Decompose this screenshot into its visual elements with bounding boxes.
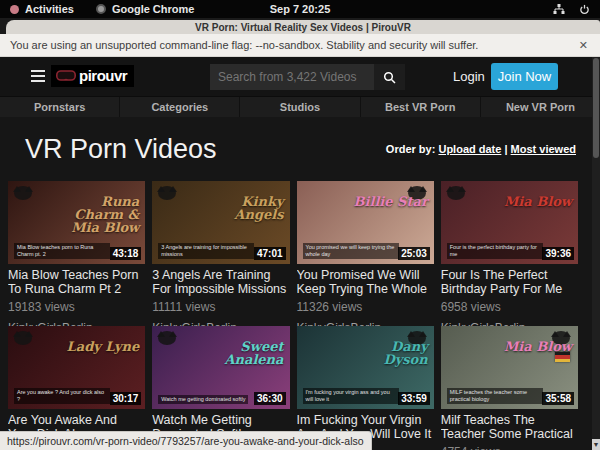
overlay-caption: Mia Blow teaches porn to Runa Charm pt. …	[14, 243, 110, 259]
video-title[interactable]: You Promised We Will Keep Trying The Who…	[297, 268, 434, 296]
page-head: VR Porn Videos Order by: Upload date | M…	[0, 117, 592, 181]
order-separator: |	[504, 143, 507, 155]
video-duration: 43:18	[110, 247, 142, 260]
video-card[interactable]: Mia Blow Four is the perfect birthday pa…	[441, 181, 578, 326]
warning-bar: You are using an unsupported command-lin…	[0, 34, 600, 57]
video-title[interactable]: 3 Angels Are Training For Impossible Mis…	[152, 268, 289, 296]
system-clock[interactable]: Sep 7 20:25	[0, 3, 600, 15]
nav-pornstars[interactable]: Pornstars	[0, 97, 120, 117]
search-input[interactable]	[210, 64, 374, 90]
site-logo[interactable]: pirouvr	[51, 65, 134, 87]
overlay-caption: You promised we will keep trying the who…	[303, 243, 399, 259]
video-views: 11326 views	[297, 300, 434, 314]
overlay-caption: Watch me getting dominated softly	[158, 395, 248, 404]
video-views: 19183 views	[8, 300, 145, 314]
page-title: VR Porn Videos	[25, 134, 217, 165]
login-link[interactable]: Login	[453, 69, 485, 84]
video-title[interactable]: Mia Blow Teaches Porn To Runa Charm Pt 2	[8, 268, 145, 296]
overlay-caption: 3 Angels are training for impossible mis…	[158, 243, 254, 259]
nav-new-vr-porn[interactable]: New VR Porn	[481, 97, 600, 117]
video-thumbnail[interactable]: Dany Dyson I'm fucking your virgin ass a…	[297, 326, 434, 409]
warning-text: You are using an unsupported command-lin…	[10, 39, 478, 51]
video-views: 4754 views	[441, 445, 578, 450]
power-icon[interactable]	[579, 4, 590, 15]
video-grid: Runa Charm & Mia Blow Mia Blow teaches p…	[0, 181, 592, 450]
nav-best-vr-porn[interactable]: Best VR Porn	[361, 97, 481, 117]
video-duration: 25:03	[398, 247, 430, 260]
video-duration: 30:17	[110, 392, 142, 405]
overlay-name: Sweet Analena	[199, 340, 284, 366]
video-title[interactable]: Milf Teaches The Teacher Some Practical …	[441, 413, 578, 441]
overlay-name: Runa Charm & Mia Blow	[55, 195, 140, 234]
overlay-caption: Are you awake ? And your dick also ?	[14, 388, 110, 404]
video-views: 6958 views	[441, 300, 578, 314]
video-thumbnail[interactable]: Kinky Angels 3 Angels are training for i…	[152, 181, 289, 264]
video-card[interactable]: Mia Blow MILF teaches the teacher some p…	[441, 326, 578, 450]
overlay-name: Mia Blow	[487, 195, 572, 208]
overlay-name: Billie Star	[343, 195, 428, 208]
video-duration: 36:30	[254, 392, 286, 405]
studio-logo-icon	[158, 331, 176, 345]
overlay-caption: I'm fucking your virgin ass and you will…	[303, 388, 399, 404]
studio-logo-icon	[158, 186, 176, 200]
video-card[interactable]: Runa Charm & Mia Blow Mia Blow teaches p…	[8, 181, 145, 326]
video-thumbnail[interactable]: Runa Charm & Mia Blow Mia Blow teaches p…	[8, 181, 145, 264]
tab-strip: VR Porn: Virtual Reality Sex Videos | Pi…	[0, 18, 600, 34]
order-by-label: Order by:	[386, 143, 436, 155]
video-thumbnail[interactable]: Billie Star You promised we will keep tr…	[297, 181, 434, 264]
menu-icon[interactable]	[31, 70, 45, 82]
video-duration: 39:36	[542, 247, 574, 260]
search-button[interactable]	[374, 64, 405, 90]
video-card[interactable]: Kinky Angels 3 Angels are training for i…	[152, 181, 289, 326]
main-nav: Pornstars Categories Studios Best VR Por…	[0, 96, 600, 117]
scrollbar[interactable]: ▼	[592, 57, 600, 450]
vr-goggles-icon	[56, 70, 76, 82]
system-bar: Activities Google Chrome Sep 7 20:25	[0, 0, 600, 18]
scroll-down-icon[interactable]: ▼	[592, 439, 600, 450]
video-title[interactable]: Four Is The Perfect Birthday Party For M…	[441, 268, 578, 296]
browser-tab[interactable]: VR Porn: Virtual Reality Sex Videos | Pi…	[6, 20, 600, 34]
video-thumbnail[interactable]: Mia Blow MILF teaches the teacher some p…	[441, 326, 578, 409]
nav-studios[interactable]: Studios	[240, 97, 360, 117]
video-thumbnail[interactable]: Lady Lyne Are you awake ? And your dick …	[8, 326, 145, 409]
overlay-caption: Four is the perfect birthday party for m…	[447, 243, 543, 259]
video-thumbnail[interactable]: Sweet Analena Watch me getting dominated…	[152, 326, 289, 409]
video-duration: 33:59	[398, 392, 430, 405]
video-duration: 35:58	[542, 392, 574, 405]
order-upload-date-link[interactable]: Upload date	[438, 143, 501, 155]
overlay-name: Kinky Angels	[199, 195, 284, 221]
video-duration: 47:01	[254, 247, 286, 260]
flag-icon	[555, 352, 570, 362]
network-icon[interactable]	[553, 3, 565, 15]
order-most-viewed-link[interactable]: Most viewed	[511, 143, 576, 155]
tab-title: VR Porn: Virtual Reality Sex Videos | Pi…	[195, 22, 411, 33]
studio-logo-icon	[447, 186, 465, 200]
studio-logo-icon	[14, 186, 32, 200]
site-header: pirouvr Login Join Now	[0, 57, 600, 96]
overlay-name: Lady Lyne	[55, 340, 140, 353]
video-views: 11111 views	[152, 300, 289, 314]
join-now-button[interactable]: Join Now	[491, 63, 558, 90]
video-card[interactable]: Billie Star You promised we will keep tr…	[297, 181, 434, 326]
overlay-caption: MILF teaches the teacher some practical …	[447, 388, 543, 404]
search-icon	[383, 71, 396, 84]
order-by: Order by: Upload date | Most viewed	[386, 143, 576, 155]
nav-categories[interactable]: Categories	[120, 97, 240, 117]
browser-viewport: pirouvr Login Join Now Pornstars Categor…	[0, 57, 600, 450]
overlay-name: Dany Dyson	[343, 340, 428, 366]
scrollbar-thumb[interactable]	[593, 58, 599, 158]
status-url-tooltip: https://pirouvr.com/vr-porn-video/779325…	[0, 431, 372, 450]
warning-close-icon[interactable]: ✕	[579, 39, 588, 52]
logo-text: pirouvr	[79, 67, 127, 84]
studio-logo-icon	[14, 331, 32, 345]
video-thumbnail[interactable]: Mia Blow Four is the perfect birthday pa…	[441, 181, 578, 264]
